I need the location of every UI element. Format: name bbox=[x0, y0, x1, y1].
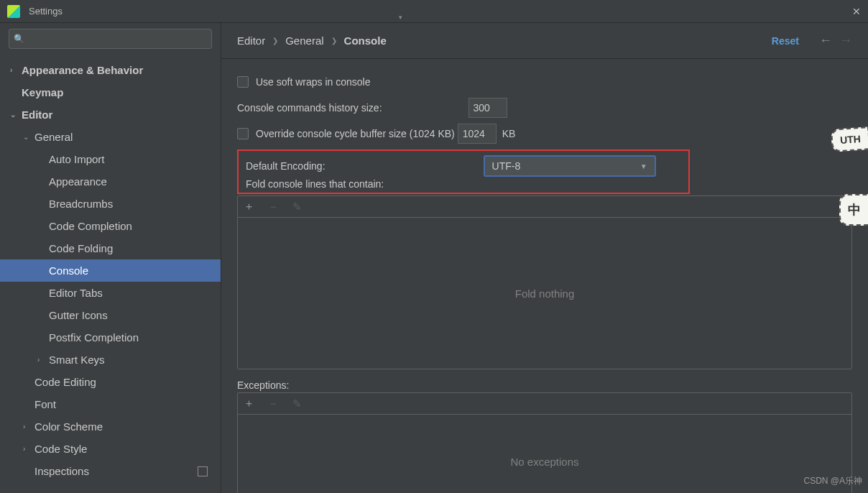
tree-item-color-scheme[interactable]: ›Color Scheme bbox=[0, 415, 221, 438]
buffer-size-unit: KB bbox=[502, 128, 516, 139]
reset-button[interactable]: Reset bbox=[772, 35, 799, 47]
chevron-right-icon[interactable]: › bbox=[37, 356, 49, 364]
tree-item-label: Auto Import bbox=[49, 153, 105, 165]
watermark: CSDN @A乐神 bbox=[803, 475, 862, 487]
tree-item-editor-tabs[interactable]: Editor Tabs bbox=[0, 282, 221, 304]
highlighted-region: Default Encoding: UTF-8 ▼ Fold console l… bbox=[237, 149, 690, 194]
tree-item-label: Code Folding bbox=[49, 242, 113, 254]
edit-icon: ✎ bbox=[292, 201, 302, 213]
tree-item-appearance[interactable]: Appearance bbox=[0, 170, 221, 193]
chevron-down-icon: ▼ bbox=[640, 162, 647, 170]
decorative-stamp: UTH bbox=[831, 126, 868, 152]
tree-item-keymap[interactable]: Keymap bbox=[0, 81, 221, 103]
tree-item-breadcrumbs[interactable]: Breadcrumbs bbox=[0, 193, 221, 215]
tree-item-label: Code Completion bbox=[49, 220, 132, 232]
breadcrumb[interactable]: Editor bbox=[237, 34, 265, 47]
history-size-input[interactable] bbox=[468, 98, 507, 118]
override-buffer-checkbox[interactable] bbox=[237, 128, 249, 139]
tree-item-console[interactable]: Console bbox=[0, 259, 221, 282]
tree-item-code-editing[interactable]: Code Editing bbox=[0, 371, 221, 393]
pycharm-icon bbox=[7, 5, 20, 18]
tree-item-code-completion[interactable]: Code Completion bbox=[0, 215, 221, 237]
exceptions-panel: ＋ − ✎ No exceptions bbox=[237, 392, 852, 493]
tree-item-label: Postfix Completion bbox=[49, 331, 139, 344]
breadcrumb-bar: Editor ❯ General ❯ Console Reset ← → bbox=[221, 23, 868, 59]
settings-console-panel: Use soft wraps in console Console comman… bbox=[221, 59, 868, 493]
tree-item-gutter-icons[interactable]: Gutter Icons bbox=[0, 304, 221, 326]
tree-item-label: Keymap bbox=[22, 86, 63, 98]
tree-item-code-folding[interactable]: Code Folding bbox=[0, 237, 221, 259]
buffer-size-input[interactable] bbox=[458, 124, 497, 144]
exceptions-label: Exceptions: bbox=[237, 379, 852, 391]
edit-icon: ✎ bbox=[292, 397, 302, 410]
tree-item-label: Code Editing bbox=[34, 376, 96, 388]
chevron-right-icon[interactable]: › bbox=[23, 445, 34, 453]
search-input[interactable] bbox=[9, 29, 212, 49]
tree-item-label: General bbox=[34, 131, 73, 143]
tree-item-postfix-completion[interactable]: Postfix Completion bbox=[0, 326, 221, 349]
default-encoding-value: UTF-8 bbox=[492, 160, 521, 172]
breadcrumb[interactable]: General bbox=[285, 34, 323, 47]
window-title: Settings bbox=[29, 6, 852, 17]
tree-item-label: Appearance bbox=[49, 175, 107, 188]
default-encoding-label: Default Encoding: bbox=[246, 160, 326, 172]
tree-item-label: Breadcrumbs bbox=[49, 198, 113, 210]
tree-item-label: Editor Tabs bbox=[49, 287, 103, 299]
tree-item-label: Font bbox=[34, 398, 56, 410]
tree-item-label: Editor bbox=[22, 109, 52, 121]
chevron-down-icon[interactable]: ⌄ bbox=[23, 133, 34, 141]
breadcrumb-current: Console bbox=[344, 34, 387, 47]
add-icon[interactable]: ＋ bbox=[244, 200, 254, 213]
soft-wraps-checkbox[interactable] bbox=[237, 76, 249, 88]
close-icon[interactable]: ✕ bbox=[852, 6, 861, 17]
soft-wraps-label: Use soft wraps in console bbox=[256, 76, 371, 88]
chevron-right-icon: ❯ bbox=[331, 37, 337, 45]
forward-arrow-icon[interactable]: → bbox=[839, 33, 852, 48]
tree-item-label: Color Scheme bbox=[34, 420, 103, 433]
tree-item-auto-import[interactable]: Auto Import bbox=[0, 148, 221, 170]
tree-item-label: Inspections bbox=[34, 465, 89, 477]
tree-item-label: Smart Keys bbox=[49, 354, 105, 366]
tree-item-label: Console bbox=[49, 264, 88, 277]
chevron-right-icon[interactable]: › bbox=[23, 423, 34, 430]
tree-item-general[interactable]: ⌄General bbox=[0, 126, 221, 148]
fold-lines-label: Fold console lines that contain: bbox=[246, 178, 384, 190]
settings-tree: ›Appearance & BehaviorKeymap⌄Editor⌄Gene… bbox=[0, 55, 221, 482]
override-buffer-label: Override console cycle buffer size (1024… bbox=[256, 128, 455, 139]
tree-item-label: Appearance & Behavior bbox=[22, 64, 143, 76]
remove-icon: − bbox=[270, 201, 277, 213]
decorative-stamp: 中 bbox=[839, 194, 868, 226]
overridden-badge-icon bbox=[198, 466, 208, 476]
fold-patterns-empty: Fold nothing bbox=[238, 218, 851, 369]
tree-item-inspections[interactable]: Inspections bbox=[0, 460, 221, 482]
default-encoding-dropdown[interactable]: UTF-8 ▼ bbox=[484, 155, 656, 177]
exceptions-empty: No exceptions bbox=[238, 415, 851, 493]
tree-item-font[interactable]: Font bbox=[0, 393, 221, 415]
add-icon[interactable]: ＋ bbox=[244, 397, 254, 410]
tree-item-label: Code Style bbox=[34, 443, 87, 455]
tree-item-label: Gutter Icons bbox=[49, 309, 108, 321]
tree-item-appearance-behavior[interactable]: ›Appearance & Behavior bbox=[0, 59, 221, 81]
back-arrow-icon[interactable]: ← bbox=[819, 33, 832, 48]
tree-item-code-style[interactable]: ›Code Style bbox=[0, 438, 221, 460]
fold-patterns-panel: ＋ − ✎ Fold nothing bbox=[237, 195, 852, 369]
chevron-down-icon[interactable]: ⌄ bbox=[10, 111, 22, 119]
tree-item-editor[interactable]: ⌄Editor bbox=[0, 103, 221, 126]
history-size-label: Console commands history size: bbox=[237, 102, 382, 114]
titlebar: Settings ✕ bbox=[0, 0, 868, 23]
chevron-right-icon: ❯ bbox=[272, 37, 278, 45]
chevron-right-icon[interactable]: › bbox=[10, 66, 22, 74]
settings-sidebar: 🔍 ▾ ›Appearance & BehaviorKeymap⌄Editor⌄… bbox=[0, 23, 221, 493]
remove-icon: − bbox=[270, 397, 277, 410]
tree-item-smart-keys[interactable]: ›Smart Keys bbox=[0, 349, 221, 371]
